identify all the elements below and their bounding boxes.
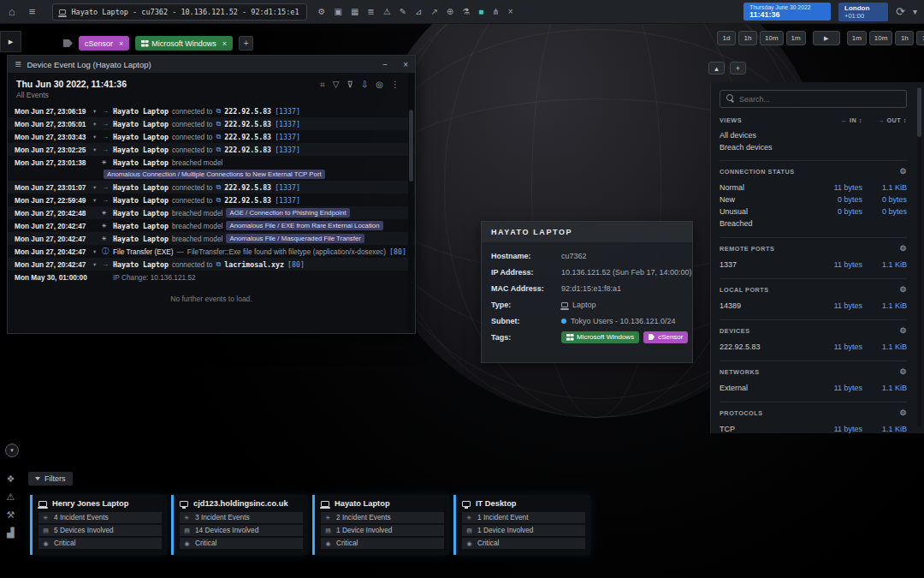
model-breach-badge[interactable]: Anomalous Connection / Multiple Connecti… <box>104 170 325 179</box>
incident-card-row[interactable]: ◉Critical <box>462 538 585 549</box>
incident-card-row[interactable]: ✳3 Incident Events <box>180 512 303 523</box>
connection-target[interactable]: 222.92.5.83 <box>224 146 271 154</box>
tag-remove-icon[interactable]: × <box>119 39 123 48</box>
minimize-icon[interactable]: − <box>382 60 388 69</box>
incident-card[interactable]: IT Desktop✳1 Incident Event▤1 Device Inv… <box>453 495 590 555</box>
expand-caret-icon[interactable]: ▾ <box>93 248 102 255</box>
filters-button[interactable]: Filters <box>28 472 73 486</box>
event-row-detail[interactable]: Anomalous Connection / Multiple Connecti… <box>8 169 415 181</box>
incident-card-row[interactable]: ▤1 Device Involved <box>462 525 585 536</box>
refresh-icon[interactable]: ⟳ <box>896 6 905 17</box>
time-range-button[interactable]: 1h <box>738 31 757 45</box>
model-breach-badge[interactable]: AGE / Connection to Phishing Endpoint <box>226 208 349 217</box>
incident-card[interactable]: cjd123.holdingsinc.co.uk✳3 Incident Even… <box>171 495 308 555</box>
sidebar-data-row[interactable]: Breached <box>720 217 907 229</box>
gear-icon[interactable]: ⚙ <box>899 167 907 176</box>
gear-icon[interactable]: ⚙ <box>899 326 907 335</box>
event-row[interactable]: Mon Jun 27, 23:02:25▾→Hayato Laptopconne… <box>8 143 415 156</box>
sidebar-data-row[interactable]: Normal11 bytes1.1 KiB <box>720 182 907 194</box>
external-link-icon[interactable]: ⧉ <box>216 120 221 128</box>
alerts-icon[interactable]: ⚠ <box>4 492 17 502</box>
tools-icon[interactable]: ⚒ <box>4 510 17 520</box>
scrollbar-thumb[interactable] <box>409 110 413 182</box>
expand-caret-icon[interactable]: ▾ <box>93 134 102 140</box>
add-tag-button[interactable]: + <box>239 36 253 51</box>
tag-pill[interactable]: cSensor× <box>79 36 129 51</box>
filter-alt-icon[interactable]: ⊽ <box>347 80 353 89</box>
event-row[interactable]: Mon Jun 27, 20:42:48✳Hayato Laptopbreach… <box>8 206 415 219</box>
event-row[interactable]: Mon Jun 27, 23:03:43▾→Hayato Laptopconne… <box>8 130 415 143</box>
lab-icon[interactable]: ⚗ <box>462 8 470 16</box>
gear-icon[interactable]: ⚙ <box>899 367 907 376</box>
share-icon[interactable]: ↗ <box>430 8 437 16</box>
collapse-panel-button[interactable]: ▾ <box>5 444 19 457</box>
export-icon[interactable]: ⇩ <box>361 80 368 89</box>
graph-icon[interactable]: ⌗ <box>320 80 325 89</box>
expand-caret-icon[interactable]: ▾ <box>93 184 102 191</box>
warning-icon[interactable]: ⚠ <box>383 8 391 16</box>
external-link-icon[interactable]: ⧉ <box>216 107 221 116</box>
scrollbar[interactable] <box>408 74 414 331</box>
event-row[interactable]: Mon May 30, 01:00:00IP Change: 10.136.12… <box>8 271 415 283</box>
incident-card-row[interactable]: ▤14 Devices Involved <box>180 525 303 536</box>
expand-caret-icon[interactable]: ▾ <box>93 261 102 268</box>
time-range-button[interactable]: 1m <box>847 31 867 45</box>
play-button[interactable]: ▶ <box>813 31 840 45</box>
sidebar-data-row[interactable]: New0 bytes0 bytes <box>720 194 907 206</box>
sidebar-data-row[interactable]: 222.92.5.8311 bytes1.1 KiB <box>720 341 907 353</box>
list-icon[interactable]: ≣ <box>367 8 374 16</box>
model-breach-badge[interactable]: Anomalous File / EXE from Rare External … <box>226 221 382 230</box>
scrollbar-thumb[interactable] <box>917 87 921 137</box>
connection-target[interactable]: 222.92.5.83 <box>224 196 271 205</box>
hub-icon[interactable]: ❖ <box>4 474 17 484</box>
search-input[interactable] <box>739 95 900 104</box>
close-icon[interactable]: × <box>403 60 408 69</box>
home-icon[interactable]: ⌂ <box>9 6 15 17</box>
time-range-button[interactable]: 1d <box>717 31 736 45</box>
connection-target[interactable]: 222.92.5.83 <box>224 120 271 128</box>
incident-card-row[interactable]: ✳1 Incident Event <box>462 512 585 523</box>
expand-caret-icon[interactable]: ▾ <box>93 197 102 204</box>
measure-icon[interactable]: ⊿ <box>415 8 422 16</box>
timezone-display[interactable]: London +01:00 <box>838 3 888 21</box>
connection-target[interactable]: lacrimosal.xyz <box>224 260 284 269</box>
stats-icon[interactable]: ▟ <box>4 528 17 538</box>
external-link-icon[interactable]: ⧉ <box>216 133 221 141</box>
incident-card[interactable]: Hayato Laptop✳2 Incident Events▤1 Device… <box>312 495 449 555</box>
tag-pill[interactable]: Microsoft Windows× <box>135 36 233 51</box>
clear-icon[interactable]: × <box>508 8 513 16</box>
sidebar-view-item[interactable]: Breach devices <box>720 141 907 153</box>
event-row[interactable]: Mon Jun 27, 20:42:47▾ⓘFile Transfer (EXE… <box>8 245 415 258</box>
sidebar-data-row[interactable]: External11 bytes1.1 KiB <box>720 382 907 394</box>
sidebar-view-item[interactable]: All devices <box>720 129 907 141</box>
event-row[interactable]: Mon Jun 27, 23:01:07▾→Hayato Laptopconne… <box>8 181 415 194</box>
event-row[interactable]: Mon Jun 27, 20:42:47✳Hayato Laptopbreach… <box>8 232 415 245</box>
connection-target[interactable]: 222.92.5.83 <box>224 107 271 116</box>
model-breach-badge[interactable]: Anomalous File / Masqueraded File Transf… <box>226 234 364 243</box>
event-row[interactable]: Mon Jun 27, 23:01:38✳Hayato Laptopbreach… <box>8 156 415 169</box>
time-range-button[interactable]: 1d <box>916 31 924 45</box>
crosshair-icon[interactable]: ⊕ <box>447 8 453 16</box>
incident-card-row[interactable]: ✳4 Incident Events <box>38 512 162 523</box>
filter-icon[interactable]: ▽ <box>333 80 340 89</box>
expand-caret-icon[interactable]: ▾ <box>93 146 102 153</box>
expand-caret-icon[interactable]: ▾ <box>93 108 102 115</box>
event-row[interactable]: Mon Jun 27, 20:42:47✳Hayato Laptopbreach… <box>8 219 415 232</box>
device-tag-pill[interactable]: cSensor <box>643 331 688 343</box>
menu-kebab-icon[interactable]: ⋮ <box>391 80 400 89</box>
settings-icon[interactable]: ⚙ <box>317 8 325 16</box>
incident-card-row[interactable]: ✳2 Incident Events <box>321 512 444 523</box>
tag-remove-icon[interactable]: × <box>222 39 227 48</box>
sidebar-data-row[interactable]: 1438911 bytes1.1 KiB <box>720 300 907 312</box>
time-range-button[interactable]: 10m <box>869 31 893 45</box>
out-column-header[interactable]: → OUT ↕ <box>862 116 907 124</box>
event-row[interactable]: Mon Jun 27, 23:06:19▾→Hayato Laptopconne… <box>8 104 415 117</box>
incident-card-row[interactable]: ◉Critical <box>180 538 303 549</box>
connection-target[interactable]: 222.92.5.83 <box>224 183 271 192</box>
gear-icon[interactable]: ⚙ <box>899 285 907 294</box>
gear-icon[interactable]: ⚙ <box>899 408 907 417</box>
add-view-button[interactable]: + <box>730 62 746 74</box>
connection-target[interactable]: 222.92.5.83 <box>224 133 271 141</box>
collapse-up-button[interactable]: ▴ <box>708 62 725 74</box>
sidebar-data-row[interactable]: Unusual0 bytes0 bytes <box>720 206 907 217</box>
